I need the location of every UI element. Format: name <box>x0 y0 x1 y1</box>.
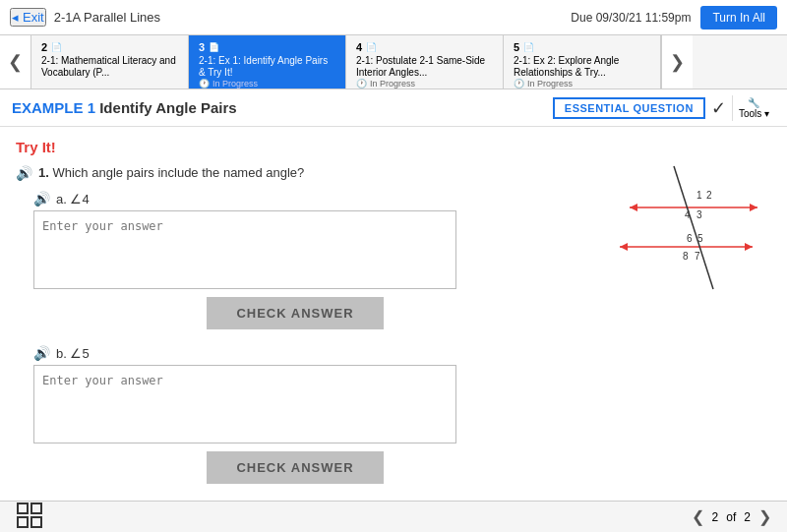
tab-4-icon: 📄 <box>366 42 377 52</box>
check-answer-button-b[interactable]: CHECK ANSWER <box>207 451 383 484</box>
page-of-label: of <box>726 510 736 524</box>
turn-in-button[interactable]: Turn In All <box>700 6 777 30</box>
part-a-label: a. ∠4 <box>56 192 90 207</box>
nav-tab-3[interactable]: 3 📄 2-1: Ex 1: Identify Angle Pairs & Tr… <box>189 35 346 89</box>
tab-2-icon: 📄 <box>51 42 62 52</box>
tab-4-label: 2-1: Postulate 2-1 Same-Side Interior An… <box>356 55 493 79</box>
audio-icon[interactable]: 🔊 <box>16 165 32 181</box>
tab-3-icon: 📄 <box>209 42 219 52</box>
diagram-area: 1 2 4 3 6 5 8 7 <box>590 127 787 501</box>
page-title: 2-1A Parallel Lines <box>54 10 160 25</box>
tab-4-clock-icon: 🕐 <box>356 79 367 89</box>
svg-text:2: 2 <box>706 190 712 201</box>
nav-next-arrow[interactable]: ❯ <box>661 35 693 89</box>
check-answer-button-a[interactable]: CHECK ANSWER <box>207 297 383 329</box>
tab-5-label: 2-1: Ex 2: Explore Angle Relationships &… <box>514 55 650 79</box>
tab-3-clock-icon: 🕐 <box>199 79 210 89</box>
svg-text:3: 3 <box>696 209 702 220</box>
grid-icon <box>16 502 43 529</box>
question-num: 1. <box>38 165 49 180</box>
svg-text:6: 6 <box>687 233 693 244</box>
essential-question-button[interactable]: ESSENTIAL QUESTION <box>553 97 705 119</box>
top-bar: ◂ Exit 2-1A Parallel Lines Due 09/30/21 … <box>0 0 787 35</box>
part-a-answer-input[interactable] <box>33 210 456 289</box>
example-header: EXAMPLE 1 Identify Angle Pairs ESSENTIAL… <box>0 89 787 127</box>
prev-page-button[interactable]: ❮ <box>692 507 704 526</box>
grid-icon-container[interactable] <box>16 502 43 533</box>
tools-icon: 🔧 <box>748 97 759 108</box>
svg-text:4: 4 <box>685 209 691 220</box>
nav-tab-2[interactable]: 2 📄 2-1: Mathematical Literacy and Vocab… <box>31 35 189 89</box>
tab-4-status: 🕐 In Progress <box>356 79 493 89</box>
content-area: Try It! 🔊 1. Which angle pairs include t… <box>0 127 590 501</box>
top-bar-left: ◂ Exit 2-1A Parallel Lines <box>10 8 160 27</box>
try-it-label: Try It! <box>16 139 575 155</box>
tab-2-status <box>41 85 178 89</box>
svg-rect-15 <box>18 503 28 513</box>
nav-prev-arrow[interactable]: ❮ <box>0 35 31 89</box>
tools-button[interactable]: 🔧 Tools ▾ <box>732 95 775 121</box>
tab-3-label: 2-1: Ex 1: Identify Angle Pairs & Try It… <box>199 55 335 79</box>
svg-marker-4 <box>620 243 628 251</box>
header-right: ESSENTIAL QUESTION ✓ 🔧 Tools ▾ <box>553 95 775 121</box>
tab-3-status: 🕐 In Progress <box>199 79 335 89</box>
part-a-row: 🔊 a. ∠4 <box>33 191 575 207</box>
question-text: 1. Which angle pairs include the named a… <box>38 165 304 180</box>
tab-2-num: 2 <box>41 41 47 53</box>
svg-rect-17 <box>18 517 28 527</box>
svg-rect-18 <box>31 517 41 527</box>
page-current: 2 <box>712 510 719 524</box>
tab-4-num: 4 <box>356 41 362 53</box>
exit-button[interactable]: ◂ Exit <box>10 8 46 27</box>
svg-rect-16 <box>31 503 41 513</box>
svg-line-6 <box>674 166 713 289</box>
nav-tabs: ❮ 2 📄 2-1: Mathematical Literacy and Voc… <box>0 35 787 89</box>
tab-5-icon: 📄 <box>523 42 534 52</box>
svg-marker-5 <box>745 243 753 251</box>
part-a-audio-icon[interactable]: 🔊 <box>33 191 50 207</box>
checkmark-icon[interactable]: ✓ <box>711 97 726 119</box>
angle-diagram: 1 2 4 3 6 5 8 7 <box>600 137 777 294</box>
page-total: 2 <box>744 510 751 524</box>
tab-5-num: 5 <box>514 41 519 53</box>
content-scroll: Try It! 🔊 1. Which angle pairs include t… <box>16 139 575 489</box>
next-page-button[interactable]: ❯ <box>758 507 771 526</box>
svg-text:7: 7 <box>695 251 700 262</box>
bottom-bar: ❮ 2 of 2 ❯ <box>0 501 787 532</box>
tab-3-num: 3 <box>199 41 205 53</box>
top-bar-right: Due 09/30/21 11:59pm Turn In All <box>571 6 777 30</box>
page-navigation: ❮ 2 of 2 ❯ <box>692 507 771 526</box>
tab-5-status: 🕐 In Progress <box>514 79 650 89</box>
exit-arrow-icon: ◂ <box>12 10 19 25</box>
example-title: EXAMPLE 1 Identify Angle Pairs <box>12 99 237 116</box>
svg-marker-2 <box>750 204 757 211</box>
exit-label: Exit <box>23 10 44 25</box>
tab-2-label: 2-1: Mathematical Literacy and Vocabular… <box>41 55 178 79</box>
svg-text:1: 1 <box>696 190 702 201</box>
svg-text:5: 5 <box>697 233 703 244</box>
tab-5-clock-icon: 🕐 <box>514 79 524 89</box>
question-body: Which angle pairs include the named angl… <box>52 165 304 180</box>
due-date: Due 09/30/21 11:59pm <box>571 11 691 25</box>
svg-marker-1 <box>630 204 637 211</box>
part-b-row: 🔊 b. ∠5 <box>33 345 575 361</box>
part-b-label: b. ∠5 <box>56 346 90 361</box>
part-b-answer-input[interactable] <box>33 365 456 443</box>
question-row: 🔊 1. Which angle pairs include the named… <box>16 165 575 181</box>
tools-label: Tools ▾ <box>739 108 769 119</box>
nav-tab-5[interactable]: 5 📄 2-1: Ex 2: Explore Angle Relationshi… <box>504 35 661 89</box>
part-b-audio-icon[interactable]: 🔊 <box>33 345 50 361</box>
nav-tab-4[interactable]: 4 📄 2-1: Postulate 2-1 Same-Side Interio… <box>346 35 504 89</box>
svg-text:8: 8 <box>683 251 689 262</box>
